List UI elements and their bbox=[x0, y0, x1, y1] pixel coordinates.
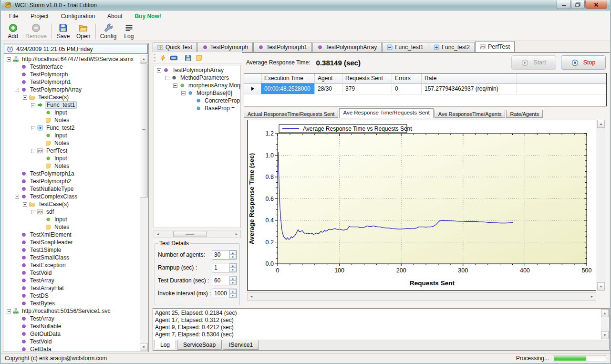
minimize-button[interactable] bbox=[557, 0, 570, 9]
tree-expander-icon[interactable] bbox=[23, 202, 27, 207]
tree-expander-icon[interactable] bbox=[15, 195, 19, 199]
row-selector[interactable] bbox=[244, 83, 261, 94]
menu-item-project[interactable]: Project bbox=[24, 11, 54, 21]
grid-cell[interactable]: 157.277943462937 (req/min) bbox=[422, 83, 517, 94]
rampup-sec-stepper[interactable]: 1▲▼ bbox=[212, 263, 237, 272]
tree-item-testcomplexclass[interactable]: TestComplexClass bbox=[4, 193, 140, 200]
tree-item-baseprop[interactable]: BaseProp = bbox=[154, 104, 240, 112]
maximize-button[interactable] bbox=[571, 0, 585, 9]
test-duration-sec-stepper[interactable]: 60▲▼ bbox=[212, 276, 237, 285]
tree-expander-icon[interactable] bbox=[173, 83, 177, 88]
tree-item-func-test2[interactable]: Func_test2 bbox=[4, 124, 140, 132]
menu-item-about[interactable]: About bbox=[101, 11, 128, 21]
menu-item-buy-now[interactable]: Buy Now! bbox=[128, 11, 167, 21]
stop-button[interactable]: Stop bbox=[561, 55, 606, 70]
tree-item-perftest[interactable]: PerfTest bbox=[4, 147, 140, 155]
scroll-right-icon[interactable]: ► bbox=[588, 293, 596, 300]
tree-item-input[interactable]: Input bbox=[4, 132, 140, 139]
xml-icon[interactable]: XML bbox=[170, 54, 177, 62]
tree-expander-icon[interactable] bbox=[15, 88, 19, 92]
tree-item-http-localhost-50156-service1-svc[interactable]: http://localhost:50156/Service1.svc bbox=[4, 307, 140, 315]
spin-down-icon[interactable]: ▼ bbox=[229, 255, 236, 259]
close-button[interactable] bbox=[585, 0, 607, 9]
spin-up-icon[interactable]: ▲ bbox=[229, 276, 236, 281]
tree-expander-icon[interactable] bbox=[7, 57, 11, 62]
scroll-left-icon[interactable]: ◄ bbox=[154, 230, 162, 238]
tree-item-http-localhost-64747-testws-service-asmx[interactable]: http://localhost:64747/TestWS/Service.as… bbox=[4, 55, 140, 63]
menu-item-file[interactable]: File bbox=[3, 11, 24, 21]
column-header-agent[interactable]: Agent bbox=[315, 73, 342, 83]
column-header-errors[interactable]: Errors bbox=[392, 73, 422, 83]
tree-item-func-test1[interactable]: Func_test1 bbox=[4, 101, 140, 109]
log-button[interactable]: Log bbox=[119, 22, 139, 41]
stepper-value[interactable]: 60 bbox=[212, 276, 229, 285]
tree-item-input[interactable]: Input bbox=[4, 155, 140, 162]
tree-item-testds[interactable]: TestDS bbox=[4, 292, 140, 300]
tree-item-testpolymorpharray[interactable]: TestPolymorphArray bbox=[154, 66, 240, 74]
tree-item-notes[interactable]: Notes bbox=[4, 116, 140, 124]
grid-row[interactable]: 00:00:48.252800028/303790157.27794346293… bbox=[244, 83, 606, 94]
tree-item-testvoid[interactable]: TestVoid bbox=[4, 338, 140, 345]
scroll-down-icon[interactable]: ▼ bbox=[140, 343, 148, 351]
spin-up-icon[interactable]: ▲ bbox=[229, 250, 236, 255]
log-tab-servicesoap[interactable]: ServiceSoap bbox=[177, 340, 222, 350]
column-header-requests-sent[interactable]: Requests Sent bbox=[342, 73, 392, 83]
grid-cell[interactable]: 0 bbox=[392, 83, 422, 94]
tree-item-testpolymorpharray[interactable]: TestPolymorphArray bbox=[4, 86, 140, 94]
open-button[interactable]: Open bbox=[73, 22, 93, 41]
tree-item-testpolymorph2[interactable]: TestPolymorph2 bbox=[4, 177, 140, 185]
tree-item-testbytes[interactable]: TestBytes bbox=[4, 300, 140, 307]
tree-item-methodparameters[interactable]: MethodParameters bbox=[154, 74, 240, 82]
spin-up-icon[interactable]: ▲ bbox=[229, 263, 236, 268]
subtab-ave-responsetime-agents[interactable]: Ave ResponseTime/Agents bbox=[435, 110, 506, 118]
start-button[interactable]: Start bbox=[511, 55, 556, 70]
log-scrollbar[interactable]: ▲ ▼ bbox=[601, 309, 609, 339]
column-header-rate[interactable]: Rate bbox=[422, 73, 517, 83]
tree-item-notes[interactable]: Notes bbox=[4, 223, 140, 231]
grid-cell[interactable]: 28/30 bbox=[315, 83, 342, 94]
tree-item-test1simple[interactable]: Test1Simple bbox=[4, 246, 140, 254]
tree-expander-icon[interactable] bbox=[181, 91, 186, 95]
add-button[interactable]: Add bbox=[3, 22, 23, 41]
scroll-up-icon[interactable]: ▲ bbox=[601, 309, 609, 317]
tree-item-input[interactable]: Input bbox=[4, 109, 140, 116]
subtab-ave-response-time-requests-sent[interactable]: Ave Response Time/Requests Sent bbox=[339, 108, 433, 118]
save-icon[interactable] bbox=[185, 54, 192, 62]
chart-vscrollbar[interactable]: ▲ ▼ bbox=[597, 120, 605, 291]
spin-down-icon[interactable]: ▼ bbox=[229, 293, 236, 298]
tree-expander-icon[interactable] bbox=[7, 309, 11, 313]
tree-item-testvoid[interactable]: TestVoid bbox=[4, 269, 140, 277]
tree-item-testarray[interactable]: TestArray bbox=[4, 277, 140, 284]
tree-item-testnullable[interactable]: TestNullable bbox=[4, 322, 140, 330]
toolbar-grip[interactable] bbox=[154, 54, 155, 62]
tree-item-morphbase-0[interactable]: MorphBase[0] bbox=[154, 89, 240, 97]
stepper-value[interactable]: 1000 bbox=[212, 289, 229, 298]
stepper-value[interactable]: 30 bbox=[212, 250, 229, 259]
tree-item-getdata[interactable]: GetData bbox=[4, 345, 140, 351]
scroll-down-icon[interactable]: ▼ bbox=[597, 282, 605, 291]
config-button[interactable]: Config bbox=[98, 22, 119, 41]
scroll-thumb[interactable] bbox=[140, 63, 148, 198]
tab-testpolymorpharray[interactable]: TestPolymorphArray bbox=[312, 42, 382, 52]
column-header-execution-time[interactable]: Execution Time bbox=[261, 73, 315, 83]
scroll-up-icon[interactable]: ▲ bbox=[597, 120, 605, 128]
tab-perftest[interactable]: PerfTest bbox=[475, 41, 515, 52]
chart-hscrollbar[interactable]: ◄ ► bbox=[247, 292, 596, 301]
spin-down-icon[interactable]: ▼ bbox=[229, 268, 236, 272]
request-hscrollbar[interactable]: ◄ ► bbox=[154, 230, 241, 238]
spin-down-icon[interactable]: ▼ bbox=[229, 281, 236, 285]
spin-up-icon[interactable]: ▲ bbox=[229, 289, 236, 293]
title-bar[interactable]: WCF Storm v1.0.0 - Trial Edition bbox=[0, 0, 611, 10]
tree-item-notes[interactable]: Notes bbox=[4, 139, 140, 147]
tree-item-testpolymorph1[interactable]: TestPolymorph1 bbox=[4, 78, 140, 86]
tree-item-testpolymorph1a[interactable]: TestPolymorph1a bbox=[4, 170, 140, 177]
save-button[interactable]: Save bbox=[53, 22, 73, 41]
subtab-actual-responsetime-requests-sent[interactable]: Actual ResponseTime/Requests Sent bbox=[244, 110, 338, 118]
tree-expander-icon[interactable] bbox=[23, 95, 27, 100]
tree-item-testinterface[interactable]: TestInterface bbox=[4, 63, 140, 71]
scroll-down-icon[interactable]: ▼ bbox=[601, 331, 609, 339]
tree-item-concreteprop[interactable]: ConcreteProp bbox=[154, 97, 240, 104]
tab-func-test2[interactable]: Func_test2 bbox=[429, 42, 475, 52]
log-tab-log[interactable]: Log bbox=[154, 340, 176, 349]
tree-item-testxmlelement[interactable]: TestXmlElement bbox=[4, 231, 140, 239]
